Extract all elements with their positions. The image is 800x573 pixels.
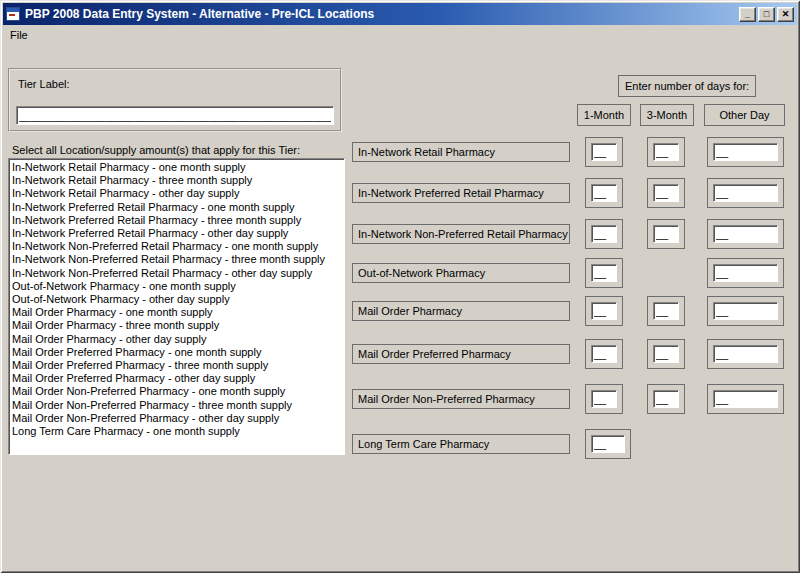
input-frame — [585, 178, 623, 208]
list-item[interactable]: Long Term Care Pharmacy - one month supp… — [12, 425, 344, 438]
maximize-icon[interactable]: □ — [758, 7, 775, 22]
input-frame — [707, 258, 784, 288]
input-out-of-network-otherday[interactable] — [713, 264, 778, 282]
input-frame — [707, 178, 784, 208]
tier-label-caption: Tier Label: — [18, 78, 70, 90]
input-long-term-care-1month[interactable] — [591, 435, 625, 453]
input-frame — [707, 219, 784, 249]
input-frame — [647, 296, 685, 326]
days-header: Enter number of days for: — [618, 75, 756, 97]
input-mail-order-non-preferred-1month[interactable] — [591, 390, 617, 408]
input-frame — [585, 258, 623, 288]
pharmacy-label-mail-order-non-preferred: Mail Order Non-Preferred Pharmacy — [352, 389, 570, 409]
tier-label-group: Tier Label: — [8, 68, 342, 132]
input-frame — [707, 339, 784, 369]
list-item[interactable]: Mail Order Preferred Pharmacy - one mont… — [12, 346, 344, 359]
list-item[interactable]: In-Network Preferred Retail Pharmacy - t… — [12, 214, 344, 227]
input-frame — [647, 178, 685, 208]
app-window: PBP 2008 Data Entry System - Alternative… — [0, 0, 800, 573]
input-frame — [647, 339, 685, 369]
input-in-network-preferred-retail-otherday[interactable] — [713, 184, 778, 202]
list-item[interactable]: In-Network Non-Preferred Retail Pharmacy… — [12, 267, 344, 280]
pharmacy-label-in-network-non-preferred-retail: In-Network Non-Preferred Retail Pharmacy — [352, 224, 570, 244]
input-mail-order-non-preferred-3month[interactable] — [653, 390, 679, 408]
window-title: PBP 2008 Data Entry System - Alternative… — [25, 7, 737, 21]
input-frame — [647, 137, 685, 167]
input-in-network-preferred-retail-1month[interactable] — [591, 184, 617, 202]
input-in-network-retail-3month[interactable] — [653, 143, 679, 161]
locations-instruction: Select all Location/supply amount(s) tha… — [12, 144, 300, 156]
close-icon[interactable]: ✕ — [777, 7, 794, 22]
input-frame — [585, 429, 631, 459]
locations-listbox[interactable]: In-Network Retail Pharmacy - one month s… — [8, 158, 345, 455]
column-header-otherday: Other Day — [704, 104, 785, 126]
input-mail-order-otherday[interactable] — [713, 302, 778, 320]
pharmacy-label-in-network-retail: In-Network Retail Pharmacy — [352, 142, 570, 162]
title-bar: PBP 2008 Data Entry System - Alternative… — [3, 3, 797, 25]
input-frame — [707, 384, 784, 414]
input-in-network-retail-otherday[interactable] — [713, 143, 778, 161]
input-mail-order-preferred-3month[interactable] — [653, 345, 679, 363]
input-frame — [647, 384, 685, 414]
list-item[interactable]: In-Network Retail Pharmacy - one month s… — [12, 161, 344, 174]
app-icon — [6, 7, 20, 21]
list-item[interactable]: Mail Order Non-Preferred Pharmacy - othe… — [12, 412, 344, 425]
input-frame — [647, 219, 685, 249]
list-item[interactable]: Out-of-Network Pharmacy - other day supp… — [12, 293, 344, 306]
menu-bar: File — [3, 25, 797, 44]
list-item[interactable]: Mail Order Pharmacy - other day supply — [12, 333, 344, 346]
input-frame — [707, 137, 784, 167]
input-in-network-preferred-retail-3month[interactable] — [653, 184, 679, 202]
input-in-network-non-preferred-retail-3month[interactable] — [653, 225, 679, 243]
input-frame — [585, 339, 623, 369]
input-mail-order-preferred-1month[interactable] — [591, 345, 617, 363]
input-frame — [585, 296, 623, 326]
input-frame — [585, 137, 623, 167]
list-item[interactable]: In-Network Retail Pharmacy - three month… — [12, 174, 344, 187]
list-item[interactable]: Mail Order Non-Preferred Pharmacy - one … — [12, 385, 344, 398]
input-mail-order-1month[interactable] — [591, 302, 617, 320]
list-item[interactable]: Mail Order Preferred Pharmacy - other da… — [12, 372, 344, 385]
minimize-icon[interactable]: _ — [739, 7, 756, 22]
pharmacy-label-out-of-network: Out-of-Network Pharmacy — [352, 263, 570, 283]
input-in-network-non-preferred-retail-1month[interactable] — [591, 225, 617, 243]
input-mail-order-non-preferred-otherday[interactable] — [713, 390, 778, 408]
list-item[interactable]: Mail Order Preferred Pharmacy - three mo… — [12, 359, 344, 372]
input-mail-order-3month[interactable] — [653, 302, 679, 320]
list-item[interactable]: Out-of-Network Pharmacy - one month supp… — [12, 280, 344, 293]
column-header-3month: 3-Month — [640, 104, 694, 126]
input-mail-order-preferred-otherday[interactable] — [713, 345, 778, 363]
list-item[interactable]: In-Network Retail Pharmacy - other day s… — [12, 187, 344, 200]
pharmacy-label-mail-order: Mail Order Pharmacy — [352, 301, 570, 321]
list-item[interactable]: In-Network Non-Preferred Retail Pharmacy… — [12, 253, 344, 266]
menu-file[interactable]: File — [3, 27, 35, 43]
list-item[interactable]: Mail Order Pharmacy - three month supply — [12, 319, 344, 332]
input-frame — [585, 384, 623, 414]
input-out-of-network-1month[interactable] — [591, 264, 617, 282]
input-frame — [707, 296, 784, 326]
list-item[interactable]: Mail Order Pharmacy - one month supply — [12, 306, 344, 319]
input-in-network-retail-1month[interactable] — [591, 143, 617, 161]
column-header-1month: 1-Month — [577, 104, 631, 126]
pharmacy-label-in-network-preferred-retail: In-Network Preferred Retail Pharmacy — [352, 183, 570, 203]
list-item[interactable]: In-Network Preferred Retail Pharmacy - o… — [12, 227, 344, 240]
input-frame — [585, 219, 623, 249]
list-item[interactable]: In-Network Non-Preferred Retail Pharmacy… — [12, 240, 344, 253]
input-in-network-non-preferred-retail-otherday[interactable] — [713, 225, 778, 243]
window-controls: _ □ ✕ — [737, 7, 794, 22]
pharmacy-label-mail-order-preferred: Mail Order Preferred Pharmacy — [352, 344, 570, 364]
list-item[interactable]: In-Network Preferred Retail Pharmacy - o… — [12, 201, 344, 214]
tier-label-input[interactable] — [16, 106, 334, 125]
list-item[interactable]: Mail Order Non-Preferred Pharmacy - thre… — [12, 399, 344, 412]
pharmacy-label-long-term-care: Long Term Care Pharmacy — [352, 434, 570, 454]
